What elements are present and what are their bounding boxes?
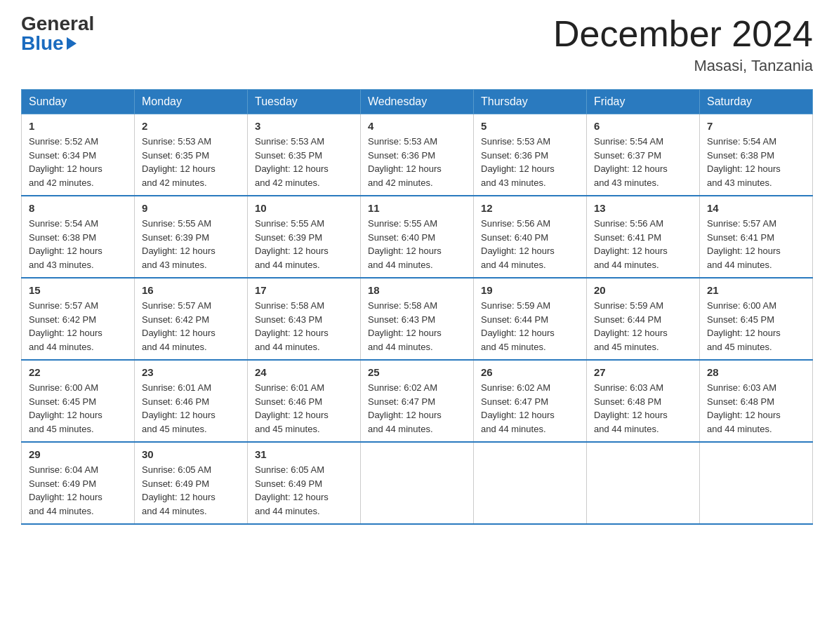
daylight-minutes: and 44 minutes. (255, 260, 320, 270)
daylight-minutes: and 42 minutes. (255, 177, 320, 188)
day-number: 15 (29, 284, 127, 296)
sunset-label: Sunset: 6:34 PM (29, 150, 96, 161)
day-info: Sunrise: 5:54 AM Sunset: 6:37 PM Dayligh… (594, 135, 692, 189)
daylight-label: Daylight: 12 hours (368, 410, 442, 420)
sunrise-label: Sunrise: 5:57 AM (29, 300, 98, 311)
sunrise-label: Sunrise: 6:05 AM (142, 464, 211, 475)
sunrise-label: Sunrise: 5:54 AM (594, 136, 663, 147)
sunset-label: Sunset: 6:45 PM (29, 396, 96, 407)
daylight-minutes: and 44 minutes. (481, 424, 546, 434)
calendar-cell: 16 Sunrise: 5:57 AM Sunset: 6:42 PM Dayl… (135, 278, 248, 360)
daylight-minutes: and 43 minutes. (142, 260, 207, 270)
sunset-label: Sunset: 6:39 PM (255, 232, 322, 243)
daylight-minutes: and 44 minutes. (255, 506, 320, 516)
day-number: 8 (29, 202, 127, 214)
calendar-cell (700, 442, 813, 524)
daylight-label: Daylight: 12 hours (255, 492, 329, 502)
day-number: 14 (707, 202, 805, 214)
day-header-sunday: Sunday (22, 90, 135, 114)
day-info: Sunrise: 5:58 AM Sunset: 6:43 PM Dayligh… (255, 299, 353, 354)
sunset-label: Sunset: 6:46 PM (255, 396, 322, 407)
calendar-week-row: 22 Sunrise: 6:00 AM Sunset: 6:45 PM Dayl… (22, 360, 813, 442)
sunrise-label: Sunrise: 6:05 AM (255, 464, 324, 475)
daylight-minutes: and 44 minutes. (481, 260, 546, 270)
daylight-minutes: and 43 minutes. (707, 177, 772, 188)
day-info: Sunrise: 5:54 AM Sunset: 6:38 PM Dayligh… (707, 135, 805, 189)
daylight-label: Daylight: 12 hours (594, 246, 668, 256)
daylight-label: Daylight: 12 hours (707, 328, 781, 338)
daylight-label: Daylight: 12 hours (142, 492, 216, 502)
day-header-thursday: Thursday (474, 90, 587, 114)
sunset-label: Sunset: 6:37 PM (594, 150, 661, 161)
day-info: Sunrise: 5:53 AM Sunset: 6:35 PM Dayligh… (142, 135, 240, 189)
sunset-label: Sunset: 6:42 PM (142, 314, 209, 325)
sunrise-label: Sunrise: 5:56 AM (594, 218, 663, 229)
sunrise-label: Sunrise: 5:53 AM (481, 136, 550, 147)
sunset-label: Sunset: 6:36 PM (368, 150, 435, 161)
daylight-label: Daylight: 12 hours (481, 163, 555, 174)
day-number: 21 (707, 284, 805, 296)
daylight-label: Daylight: 12 hours (594, 328, 668, 338)
day-number: 27 (594, 366, 692, 378)
daylight-minutes: and 44 minutes. (29, 342, 94, 352)
sunrise-label: Sunrise: 6:03 AM (594, 382, 663, 393)
calendar-cell (474, 442, 587, 524)
day-number: 9 (142, 202, 240, 214)
sunset-label: Sunset: 6:46 PM (142, 396, 209, 407)
calendar-week-row: 29 Sunrise: 6:04 AM Sunset: 6:49 PM Dayl… (22, 442, 813, 524)
sunset-label: Sunset: 6:38 PM (29, 232, 96, 243)
daylight-label: Daylight: 12 hours (29, 163, 102, 174)
calendar-week-row: 1 Sunrise: 5:52 AM Sunset: 6:34 PM Dayli… (22, 114, 813, 196)
sunrise-label: Sunrise: 5:53 AM (368, 136, 437, 147)
sunset-label: Sunset: 6:43 PM (368, 314, 435, 325)
day-info: Sunrise: 5:55 AM Sunset: 6:39 PM Dayligh… (142, 217, 240, 271)
day-number: 30 (142, 448, 240, 460)
daylight-minutes: and 43 minutes. (594, 177, 659, 188)
title-section: December 2024 Masasi, Tanzania (553, 14, 813, 75)
sunset-label: Sunset: 6:49 PM (142, 478, 209, 489)
day-number: 25 (368, 366, 466, 378)
sunrise-label: Sunrise: 6:00 AM (707, 300, 776, 311)
day-number: 26 (481, 366, 579, 378)
daylight-label: Daylight: 12 hours (29, 328, 102, 338)
day-info: Sunrise: 5:53 AM Sunset: 6:36 PM Dayligh… (368, 135, 466, 189)
calendar-cell: 17 Sunrise: 5:58 AM Sunset: 6:43 PM Dayl… (248, 278, 361, 360)
day-number: 4 (368, 120, 466, 132)
daylight-minutes: and 44 minutes. (707, 260, 772, 270)
day-info: Sunrise: 5:54 AM Sunset: 6:38 PM Dayligh… (29, 217, 127, 271)
sunrise-label: Sunrise: 6:01 AM (255, 382, 324, 393)
sunrise-label: Sunrise: 5:52 AM (29, 136, 98, 147)
calendar-week-row: 15 Sunrise: 5:57 AM Sunset: 6:42 PM Dayl… (22, 278, 813, 360)
calendar-cell: 26 Sunrise: 6:02 AM Sunset: 6:47 PM Dayl… (474, 360, 587, 442)
logo-triangle-icon (67, 37, 77, 50)
calendar-header-row: SundayMondayTuesdayWednesdayThursdayFrid… (22, 90, 813, 114)
day-info: Sunrise: 5:53 AM Sunset: 6:36 PM Dayligh… (481, 135, 579, 189)
calendar-cell: 7 Sunrise: 5:54 AM Sunset: 6:38 PM Dayli… (700, 114, 813, 196)
day-number: 1 (29, 120, 127, 132)
day-info: Sunrise: 6:05 AM Sunset: 6:49 PM Dayligh… (142, 463, 240, 518)
sunset-label: Sunset: 6:40 PM (481, 232, 548, 243)
daylight-label: Daylight: 12 hours (594, 410, 668, 420)
day-number: 5 (481, 120, 579, 132)
daylight-label: Daylight: 12 hours (142, 163, 216, 174)
daylight-minutes: and 45 minutes. (255, 424, 320, 434)
day-info: Sunrise: 6:05 AM Sunset: 6:49 PM Dayligh… (255, 463, 353, 518)
day-number: 13 (594, 202, 692, 214)
daylight-minutes: and 44 minutes. (255, 342, 320, 352)
daylight-minutes: and 43 minutes. (481, 177, 546, 188)
sunset-label: Sunset: 6:35 PM (255, 150, 322, 161)
daylight-label: Daylight: 12 hours (255, 246, 329, 256)
daylight-label: Daylight: 12 hours (255, 410, 329, 420)
daylight-label: Daylight: 12 hours (255, 163, 329, 174)
calendar-table: SundayMondayTuesdayWednesdayThursdayFrid… (21, 89, 813, 525)
sunrise-label: Sunrise: 5:58 AM (368, 300, 437, 311)
calendar-cell: 22 Sunrise: 6:00 AM Sunset: 6:45 PM Dayl… (22, 360, 135, 442)
sunrise-label: Sunrise: 6:00 AM (29, 382, 98, 393)
calendar-cell: 29 Sunrise: 6:04 AM Sunset: 6:49 PM Dayl… (22, 442, 135, 524)
day-info: Sunrise: 5:55 AM Sunset: 6:39 PM Dayligh… (255, 217, 353, 271)
calendar-cell: 11 Sunrise: 5:55 AM Sunset: 6:40 PM Dayl… (361, 196, 474, 278)
daylight-minutes: and 42 minutes. (29, 177, 94, 188)
day-info: Sunrise: 6:02 AM Sunset: 6:47 PM Dayligh… (481, 381, 579, 436)
sunrise-label: Sunrise: 6:03 AM (707, 382, 776, 393)
calendar-cell: 31 Sunrise: 6:05 AM Sunset: 6:49 PM Dayl… (248, 442, 361, 524)
